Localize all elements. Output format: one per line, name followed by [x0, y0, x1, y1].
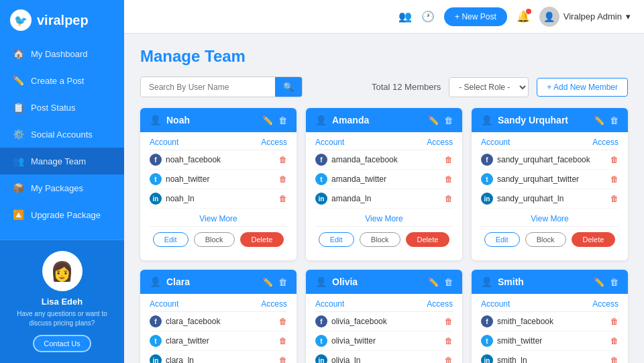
remove-account-icon[interactable]: 🗑: [279, 174, 287, 184]
nav-icon-6: 🔼: [12, 209, 24, 221]
role-select[interactable]: - Select Role - Admin Editor Viewer: [449, 77, 529, 97]
view-more-link[interactable]: View More: [481, 209, 619, 226]
delete-card-icon[interactable]: 🗑: [444, 277, 453, 287]
remove-account-icon[interactable]: 🗑: [610, 356, 619, 363]
account-left: t noah_twitter: [150, 173, 209, 185]
account-col-header: Account: [481, 299, 510, 309]
edit-icon[interactable]: ✏️: [594, 277, 604, 287]
remove-account-icon[interactable]: 🗑: [279, 356, 287, 363]
remove-account-icon[interactable]: 🗑: [610, 336, 619, 346]
account-col-header: Account: [150, 299, 178, 309]
account-left: t clara_twitter: [150, 335, 209, 347]
sidebar-item-my-packages[interactable]: 📦 My Packages: [0, 174, 124, 201]
member-user-icon: 👤: [481, 276, 492, 287]
admin-section[interactable]: 👤 Viralpep Admin ▾: [539, 7, 631, 27]
card-header: 👤 Smith ✏️ 🗑: [472, 270, 628, 294]
remove-account-icon[interactable]: 🗑: [445, 174, 453, 184]
account-row: in noah_ln 🗑: [150, 189, 287, 209]
search-wrap: 🔍: [140, 76, 303, 97]
fb-icon: f: [315, 315, 327, 327]
delete-card-icon[interactable]: 🗑: [278, 277, 287, 287]
edit-icon[interactable]: ✏️: [428, 115, 439, 125]
nav-icon-3: ⚙️: [12, 128, 24, 140]
block-button[interactable]: Block: [360, 232, 400, 247]
account-name: clara_ln: [166, 356, 194, 363]
edit-button[interactable]: Edit: [484, 232, 520, 247]
notification-wrap[interactable]: 🔔: [517, 10, 530, 23]
account-name: noah_facebook: [166, 155, 221, 164]
remove-account-icon[interactable]: 🗑: [279, 155, 287, 164]
sidebar-item-post-status[interactable]: 📋 Post Status: [0, 94, 124, 121]
member-user-icon: 👤: [150, 276, 161, 287]
edit-icon[interactable]: ✏️: [262, 115, 273, 125]
account-col-header: Account: [481, 138, 510, 147]
edit-button[interactable]: Edit: [153, 232, 189, 247]
search-input[interactable]: [141, 78, 275, 97]
block-button[interactable]: Block: [525, 232, 566, 247]
delete-card-icon[interactable]: 🗑: [278, 115, 287, 125]
delete-card-icon[interactable]: 🗑: [610, 115, 619, 125]
main-area: 👥 🕐 + New Post 🔔 👤 Viralpep Admin ▾ Mana…: [124, 0, 644, 363]
edit-icon[interactable]: ✏️: [594, 115, 604, 125]
sidebar-nav: 🏠 My Dashboard✏️ Create a Post📋 Post Sta…: [0, 40, 124, 240]
access-col-header: Access: [261, 138, 287, 147]
card-header-left: 👤 Olivia: [315, 276, 358, 287]
remove-account-icon[interactable]: 🗑: [279, 336, 287, 346]
block-button[interactable]: Block: [194, 232, 235, 247]
account-col-header: Account: [315, 299, 344, 309]
member-name: Smith: [498, 276, 524, 287]
account-left: f clara_facebook: [150, 315, 220, 327]
delete-button[interactable]: Delete: [406, 232, 450, 247]
delete-button[interactable]: Delete: [572, 232, 616, 247]
account-row: t smith_twitter 🗑: [481, 331, 619, 351]
remove-account-icon[interactable]: 🗑: [610, 155, 619, 164]
sidebar-item-manage-team[interactable]: 👥 Manage Team: [0, 148, 124, 174]
remove-account-icon[interactable]: 🗑: [445, 194, 453, 203]
account-left: in noah_ln: [150, 193, 195, 205]
edit-button[interactable]: Edit: [319, 232, 354, 247]
member-name: Sandy Urquhart: [498, 115, 568, 125]
account-row: t sandy_urquhart_twitter 🗑: [481, 170, 619, 189]
sidebar-item-social-accounts[interactable]: ⚙️ Social Accounts: [0, 121, 124, 148]
contact-us-button[interactable]: Contact Us: [33, 335, 91, 352]
new-post-button[interactable]: + New Post: [444, 7, 507, 26]
delete-button[interactable]: Delete: [240, 232, 284, 247]
account-name: olivia_ln: [331, 356, 360, 363]
account-left: f olivia_facebook: [315, 315, 387, 327]
edit-icon[interactable]: ✏️: [262, 277, 273, 287]
sidebar-item-my-dashboard[interactable]: 🏠 My Dashboard: [0, 40, 124, 67]
delete-card-icon[interactable]: 🗑: [444, 115, 453, 125]
nav-icon-2: 📋: [12, 101, 24, 113]
view-more-link[interactable]: View More: [315, 209, 453, 226]
logo-area: 🐦 viralpep: [0, 0, 124, 40]
edit-icon[interactable]: ✏️: [428, 277, 439, 287]
member-name: Clara: [166, 276, 190, 287]
remove-account-icon[interactable]: 🗑: [445, 317, 453, 326]
add-new-member-button[interactable]: + Add New Member: [537, 78, 628, 97]
remove-account-icon[interactable]: 🗑: [610, 194, 619, 203]
delete-card-icon[interactable]: 🗑: [610, 277, 619, 287]
profile-desc: Have any questions or want to discuss pr…: [11, 309, 113, 328]
account-name: sandy_urquhart_twitter: [497, 174, 579, 184]
account-left: in olivia_ln: [315, 354, 360, 363]
fb-icon: f: [150, 315, 162, 327]
sidebar-item-create-a-post[interactable]: ✏️ Create a Post: [0, 67, 124, 94]
account-name: smith_facebook: [497, 317, 553, 326]
account-left: f amanda_facebook: [315, 154, 398, 166]
profile-avatar: 👩: [42, 251, 83, 291]
remove-account-icon[interactable]: 🗑: [279, 317, 287, 326]
remove-account-icon[interactable]: 🗑: [279, 194, 287, 203]
view-more-link[interactable]: View More: [150, 209, 287, 226]
account-row: t clara_twitter 🗑: [150, 331, 287, 351]
remove-account-icon[interactable]: 🗑: [610, 174, 619, 184]
card-body: Account Access f clara_facebook 🗑 t clar…: [140, 294, 297, 363]
account-name: noah_twitter: [166, 174, 209, 184]
nav-icon-4: 👥: [12, 155, 24, 167]
remove-account-icon[interactable]: 🗑: [445, 336, 453, 346]
remove-account-icon[interactable]: 🗑: [610, 317, 619, 326]
remove-account-icon[interactable]: 🗑: [445, 155, 453, 164]
card-col-headers: Account Access: [150, 294, 287, 312]
search-button[interactable]: 🔍: [275, 77, 302, 97]
sidebar-item-upgrade-package[interactable]: 🔼 Upgrade Package: [0, 201, 124, 228]
remove-account-icon[interactable]: 🗑: [445, 356, 453, 363]
